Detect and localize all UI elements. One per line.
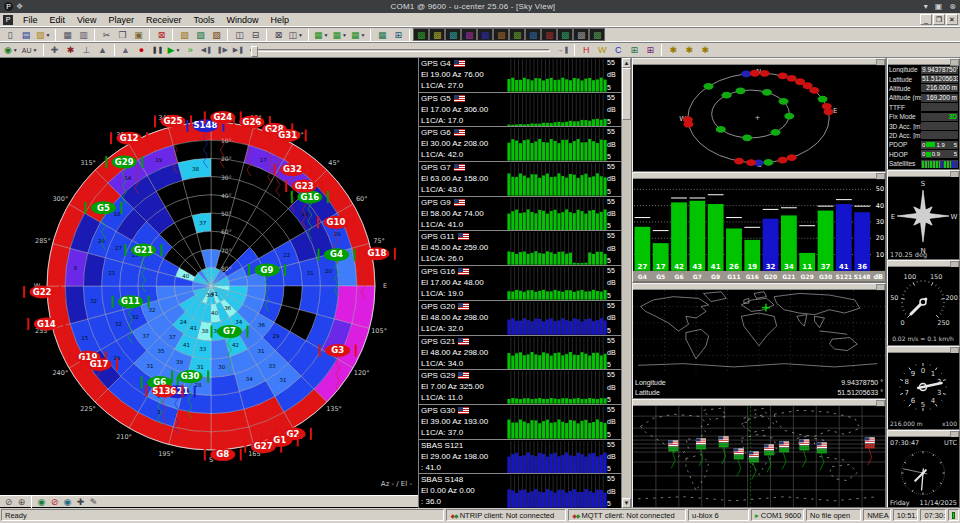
satellite-row-G7[interactable]: GPS G7El 63.00 Az 158.00L1C/A: 43.055dB5 bbox=[419, 161, 621, 196]
satellite-row-G6[interactable]: GPS G6El 30.00 Az 208.00L1C/A: 42.055dB5 bbox=[419, 126, 621, 161]
view-docking-button[interactable]: ▩ bbox=[557, 28, 573, 41]
dropdown-arrow-icon[interactable]: ▼ bbox=[298, 32, 303, 38]
satellite-row-G20[interactable]: GPS G20El 48.00 Az 298.00L1C/A: 32.055dB… bbox=[419, 300, 621, 335]
win-close[interactable]: ⊗ bbox=[949, 2, 956, 11]
world-map[interactable] bbox=[633, 290, 885, 372]
pause-button[interactable]: ❚❚ bbox=[150, 44, 166, 57]
satellite-row-G5[interactable]: GPS G5El 17.00 Az 306.00L1C/A: 17.055dB5 bbox=[419, 92, 621, 127]
baud-select-button[interactable]: AU▼ bbox=[20, 44, 40, 57]
menu-view[interactable]: View bbox=[71, 14, 102, 26]
satellite-row-G4[interactable]: GPS G4El 19.00 Az 76.00L1C/A: 27.055dB5 bbox=[419, 58, 621, 92]
record-button[interactable]: ● bbox=[134, 44, 150, 57]
view-console-button[interactable]: ▩ bbox=[573, 28, 589, 41]
view-statistic-button[interactable]: ▩ bbox=[445, 28, 461, 41]
cut-button[interactable]: ✂ bbox=[98, 28, 114, 41]
menu-edit[interactable]: Edit bbox=[44, 14, 72, 26]
signal-bar-chart[interactable]: 102030405027G417G542G643G741G926G1119G16… bbox=[633, 179, 885, 282]
satellite-row-S148[interactable]: SBAS S148El 0.00 Az 0.00: 36.055dB5 bbox=[419, 473, 621, 508]
dropdown-arrow-icon[interactable]: ▼ bbox=[360, 32, 365, 38]
table-view-button[interactable]: ⊞ bbox=[390, 28, 406, 41]
chart-view-button[interactable]: ▦▼ bbox=[312, 28, 330, 41]
port-select-button[interactable]: ◉▼ bbox=[2, 44, 20, 57]
menu-help[interactable]: Help bbox=[264, 14, 295, 26]
packet-console-button[interactable]: ▧ bbox=[192, 28, 208, 41]
dropdown-arrow-icon[interactable]: ▼ bbox=[342, 32, 347, 38]
copy-button[interactable]: ❐ bbox=[114, 28, 130, 41]
save-file-button[interactable]: ▤ bbox=[18, 28, 34, 41]
hotkey-coldstart-button[interactable]: C bbox=[610, 44, 626, 57]
view-messages-button[interactable]: ▩ bbox=[413, 28, 429, 41]
new-file-button[interactable]: ▯ bbox=[2, 28, 18, 41]
play-position-slider[interactable] bbox=[250, 45, 550, 55]
camera-view-button[interactable]: ▦▼ bbox=[349, 28, 367, 41]
clear-messages-button[interactable]: ⊠ bbox=[153, 28, 169, 41]
edit-pen-button[interactable]: ✎ bbox=[87, 496, 100, 507]
mdi-minimize[interactable]: _ bbox=[920, 14, 932, 25]
view-watch-button[interactable]: ▩ bbox=[589, 28, 605, 41]
close-view-button[interactable]: ⊠ bbox=[270, 28, 286, 41]
jump-live-button[interactable]: →❚ bbox=[554, 44, 571, 57]
mdi-close[interactable]: ✕ bbox=[946, 14, 958, 25]
debugger-button[interactable]: ✱ bbox=[63, 44, 79, 57]
satellite-row-G29[interactable]: GPS G29El 7.00 Az 325.00L1C/A: 11.055dB5 bbox=[419, 369, 621, 404]
dock-purple-button[interactable]: ⊞ bbox=[642, 44, 658, 57]
win-minimize[interactable]: ▾ bbox=[924, 2, 928, 11]
win-maximize[interactable]: ▣ bbox=[935, 2, 943, 11]
antenna-button[interactable]: ⊥ bbox=[79, 44, 95, 57]
satellite-row-G16[interactable]: GPS G16El 17.00 Az 48.00L1C/A: 19.055dB5 bbox=[419, 265, 621, 300]
step-back-button[interactable]: ◀❚ bbox=[198, 44, 214, 57]
split-horizontal-button[interactable]: ◫ bbox=[231, 28, 247, 41]
world-overlay-button[interactable]: ◉ bbox=[35, 496, 48, 507]
menu-player[interactable]: Player bbox=[102, 14, 140, 26]
zoom-in-button[interactable]: ⊕ bbox=[15, 496, 28, 507]
menu-file[interactable]: File bbox=[17, 14, 44, 26]
satellite-world-map[interactable] bbox=[633, 406, 885, 507]
hotkey-warmstart-button[interactable]: W bbox=[594, 44, 610, 57]
mdi-restore[interactable]: ❐ bbox=[933, 14, 945, 25]
firmware-update-button[interactable]: ✱ bbox=[665, 44, 681, 57]
sky-view-plot[interactable]: 1917142015833819203133293224183133342831… bbox=[0, 58, 418, 495]
view-sky-button[interactable]: ▩ bbox=[541, 28, 557, 41]
scroll-thumb[interactable] bbox=[622, 68, 631, 120]
binary-console-button[interactable]: ▧ bbox=[176, 28, 192, 41]
view-histogram-button[interactable]: ▩ bbox=[509, 28, 525, 41]
slider-thumb[interactable] bbox=[251, 46, 258, 57]
snapshot-button[interactable]: ◉ bbox=[61, 496, 74, 507]
titlebar[interactable]: P ❖ COM1 @ 9600 - u-center 25.06 - [Sky … bbox=[0, 0, 960, 13]
dock-green-button[interactable]: ⊞ bbox=[626, 44, 642, 57]
print-button[interactable]: ▦ bbox=[59, 28, 75, 41]
satellite-row-G9[interactable]: GPS G9El 58.00 Az 74.00L1C/A: 41.055dB5 bbox=[419, 196, 621, 231]
satellite-row-G30[interactable]: GPS G30El 39.00 Az 193.00L1C/A: 37.055dB… bbox=[419, 404, 621, 439]
no-overlay-button[interactable]: ⊘ bbox=[48, 496, 61, 507]
scroll-up-arrow[interactable]: ▲ bbox=[622, 58, 631, 68]
text-console-button[interactable]: ▧ bbox=[208, 28, 224, 41]
histogram-view-button[interactable]: ▦▼ bbox=[330, 28, 348, 41]
pin-icon[interactable]: ❖ bbox=[16, 2, 23, 11]
menu-tools[interactable]: Tools bbox=[187, 14, 220, 26]
hotkey-hotstart-button[interactable]: H bbox=[578, 44, 594, 57]
dropdown-arrow-icon[interactable]: ▼ bbox=[323, 32, 328, 38]
scroll-down-arrow[interactable]: ▼ bbox=[622, 498, 631, 508]
satellite-list-scrollbar[interactable]: ▲ ▼ bbox=[621, 58, 631, 508]
print-preview-button[interactable]: ▥ bbox=[75, 28, 91, 41]
chip-update-button[interactable]: ✱ bbox=[697, 44, 713, 57]
step-forward-button[interactable]: ❚▶ bbox=[214, 44, 230, 57]
constellation-plot[interactable]: +NWES bbox=[633, 65, 885, 171]
menu-window[interactable]: Window bbox=[220, 14, 264, 26]
dropdown-arrow-icon[interactable]: ▼ bbox=[46, 32, 51, 38]
survey-button[interactable]: ▲ bbox=[95, 44, 111, 57]
jump-end-button[interactable]: ▶❚ bbox=[230, 44, 246, 57]
crosshair-button[interactable]: ✚ bbox=[74, 496, 87, 507]
menu-receiver[interactable]: Receiver bbox=[140, 14, 188, 26]
zoom-out-button[interactable]: ⊘ bbox=[2, 496, 15, 507]
view-configure-button[interactable]: ▩ bbox=[429, 28, 445, 41]
open-file-button[interactable]: ▨▼ bbox=[34, 28, 52, 41]
dropdown-arrow-icon[interactable]: ▼ bbox=[33, 47, 38, 53]
map-view-button[interactable]: ▦ bbox=[374, 28, 390, 41]
dropdown-arrow-icon[interactable]: ▼ bbox=[175, 47, 180, 53]
dropdown-arrow-icon[interactable]: ▼ bbox=[13, 47, 18, 53]
eject-button[interactable]: ▲ bbox=[118, 44, 134, 57]
paste-button[interactable]: ▣ bbox=[130, 28, 146, 41]
fast-forward-button[interactable]: » bbox=[182, 44, 198, 57]
new-view-button[interactable]: ◫▼ bbox=[286, 28, 304, 41]
